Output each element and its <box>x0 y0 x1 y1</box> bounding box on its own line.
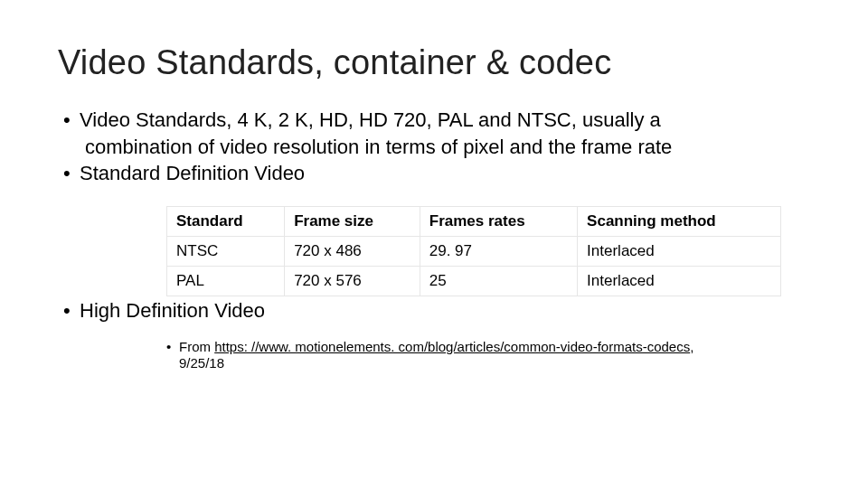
source-link[interactable]: https: //www. motionelements. com/blog/a… <box>214 339 690 354</box>
bullet-item-3: •High Definition Video <box>63 298 810 324</box>
table-header-row: Standard Frame size Frames rates Scannin… <box>167 206 781 236</box>
cell: NTSC <box>167 236 285 266</box>
bullet-1-text-line2: combination of video resolution in terms… <box>85 135 810 160</box>
bullet-3-text: High Definition Video <box>80 299 265 322</box>
source-citation: •From https: //www. motionelements. com/… <box>166 339 810 371</box>
sd-video-table: Standard Frame size Frames rates Scannin… <box>166 206 781 296</box>
slide: Video Standards, container & codec •Vide… <box>0 0 868 488</box>
th-standard: Standard <box>167 206 285 236</box>
source-comma: , <box>690 339 693 354</box>
cell: Interlaced <box>578 266 781 296</box>
source-date: 9/25/18 <box>179 355 224 371</box>
bullet-2-text: Standard Definition Video <box>80 162 305 184</box>
th-frame-size: Frame size <box>285 206 420 236</box>
table-row: NTSC 720 x 486 29. 97 Interlaced <box>167 236 781 266</box>
table-row: PAL 720 x 576 25 Interlaced <box>167 266 781 296</box>
bullet-list: •Video Standards, 4 K, 2 K, HD, HD 720, … <box>63 108 810 186</box>
source-prefix: From <box>179 339 214 354</box>
bullet-dot-icon: • <box>166 339 179 355</box>
cell: 720 x 576 <box>285 266 420 296</box>
slide-title: Video Standards, container & codec <box>58 43 810 82</box>
bullet-dot-icon: • <box>63 161 80 186</box>
bullet-1-text-line1: Video Standards, 4 K, 2 K, HD, HD 720, P… <box>80 108 661 131</box>
bullet-dot-icon: • <box>63 298 80 324</box>
bullet-list-2: •High Definition Video <box>63 298 810 324</box>
cell: Interlaced <box>578 236 781 266</box>
bullet-item-2: •Standard Definition Video <box>63 161 810 186</box>
bullet-dot-icon: • <box>63 108 80 133</box>
th-frame-rates: Frames rates <box>420 206 577 236</box>
cell: PAL <box>167 266 285 296</box>
cell: 25 <box>420 266 577 296</box>
cell: 720 x 486 <box>285 236 420 266</box>
table: Standard Frame size Frames rates Scannin… <box>166 206 781 296</box>
bullet-item-1: •Video Standards, 4 K, 2 K, HD, HD 720, … <box>63 108 810 133</box>
th-scanning-method: Scanning method <box>578 206 781 236</box>
cell: 29. 97 <box>420 236 577 266</box>
